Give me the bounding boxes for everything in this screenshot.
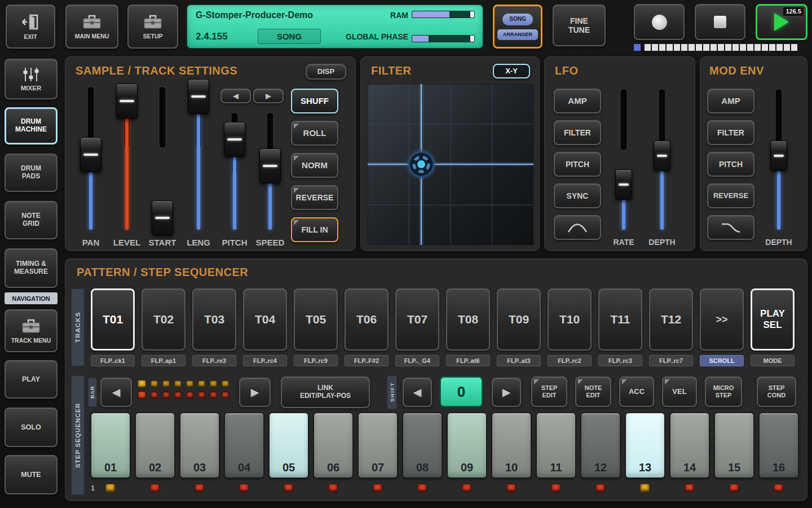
slider-thumb[interactable] <box>770 141 787 171</box>
track-sample-badge[interactable]: FLP..rc7 <box>649 355 693 366</box>
step-cond-button[interactable]: STEP COND <box>757 376 796 407</box>
play-button[interactable]: 126.5 <box>756 4 807 40</box>
env-pitch-button[interactable]: PITCH <box>707 152 754 177</box>
step-button-12[interactable]: 12 <box>581 413 620 478</box>
lfo-depth-slider[interactable] <box>650 89 674 234</box>
arranger-mode-pill[interactable]: ARRANGER <box>497 29 538 40</box>
track-button-t05[interactable]: T05 <box>294 288 338 351</box>
sidebar-item-track-menu[interactable]: TRACK MENU <box>5 309 58 352</box>
track-button-t04[interactable]: T04 <box>243 288 287 351</box>
track-sample-badge[interactable]: FLP..rc4 <box>243 355 287 366</box>
lfo-amp-button[interactable]: AMP <box>554 89 601 113</box>
sidebar-item-drum-machine[interactable]: DRUM MACHINE <box>5 107 58 144</box>
lfo-pitch-button[interactable]: PITCH <box>554 152 601 177</box>
slider-thumb[interactable] <box>259 148 281 183</box>
lfo-rate-slider[interactable] <box>611 89 636 234</box>
track-button-t08[interactable]: T08 <box>446 288 490 351</box>
setup-button[interactable]: SETUP <box>127 5 178 49</box>
start-slider[interactable] <box>150 86 175 234</box>
velocity-button[interactable]: VEL <box>662 376 697 407</box>
track-button-t11[interactable]: T11 <box>598 288 642 351</box>
track-button-t12[interactable]: T12 <box>649 288 693 351</box>
sidebar-item-note-grid[interactable]: NOTE GRID <box>5 201 58 239</box>
step-button-03[interactable]: 03 <box>180 413 219 478</box>
micro-step-button[interactable]: MICRO STEP <box>705 376 742 407</box>
track-button-t03[interactable]: T03 <box>192 288 236 351</box>
slider-thumb[interactable] <box>615 169 632 200</box>
step-button-11[interactable]: 11 <box>536 413 576 478</box>
step-button-01[interactable]: 01 <box>91 413 130 478</box>
track-scroll-button[interactable]: >> <box>700 288 744 351</box>
note-edit-button[interactable]: NOTE EDIT <box>575 376 611 407</box>
pan-slider[interactable] <box>78 86 103 234</box>
track-sample-badge[interactable]: FLP..rc2 <box>548 355 592 366</box>
track-sample-badge[interactable]: FLP..F#2 <box>345 355 389 366</box>
bar-next-button[interactable]: ▶ <box>239 378 271 407</box>
normalize-button[interactable]: NORM <box>291 153 338 178</box>
play-sel-button[interactable]: PLAY SEL <box>751 288 795 351</box>
step-button-06[interactable]: 06 <box>314 413 353 478</box>
bar-prev-button[interactable]: ◀ <box>100 378 132 407</box>
track-sample-badge[interactable]: FLP..ap1 <box>142 355 186 366</box>
sample-next-button[interactable]: ▶ <box>253 89 284 103</box>
lfo-waveform-button[interactable] <box>554 215 601 240</box>
env-reverse-button[interactable]: REVERSE <box>707 183 754 208</box>
fine-tune-button[interactable]: FINE TUNE <box>553 5 606 46</box>
track-sample-badge[interactable]: FLP..at6 <box>446 355 490 366</box>
record-button[interactable] <box>634 4 685 40</box>
sidebar-item-mixer[interactable]: MIXER <box>5 59 58 99</box>
env-shape-button[interactable] <box>707 215 754 240</box>
song-arranger-button[interactable]: SONG ARRANGER <box>493 5 542 49</box>
xy-mode-button[interactable]: X-Y <box>493 64 530 78</box>
step-button-08[interactable]: 08 <box>403 413 442 478</box>
shift-right-button[interactable]: ▶ <box>492 378 521 407</box>
exit-button[interactable]: EXIT <box>6 5 55 49</box>
step-button-15[interactable]: 15 <box>714 413 754 478</box>
track-button-t02[interactable]: T02 <box>142 288 186 351</box>
track-sample-badge[interactable]: FLP..at3 <box>497 355 541 366</box>
disp-button[interactable]: DISP <box>306 64 346 80</box>
main-menu-button[interactable]: MAIN MENU <box>65 5 118 49</box>
env-filter-button[interactable]: FILTER <box>707 120 754 145</box>
roll-button[interactable]: ROLL <box>291 121 338 146</box>
track-button-t06[interactable]: T06 <box>345 288 389 351</box>
shuffle-button[interactable]: SHUFF <box>291 89 338 113</box>
track-sample-badge[interactable]: FLP..ck1 <box>91 355 135 366</box>
sample-prev-button[interactable]: ◀ <box>220 89 251 103</box>
slider-thumb[interactable] <box>224 122 245 157</box>
sidebar-item-timing-measure[interactable]: TIMING & MEASURE <box>5 248 58 288</box>
track-button-t07[interactable]: T07 <box>395 288 439 351</box>
track-sample-badge[interactable]: FLP.._G4 <box>395 355 439 366</box>
step-button-14[interactable]: 14 <box>670 413 709 478</box>
env-depth-slider[interactable] <box>766 89 791 234</box>
step-button-09[interactable]: 09 <box>447 413 487 478</box>
step-button-16[interactable]: 16 <box>759 413 798 478</box>
step-button-02[interactable]: 02 <box>135 413 175 478</box>
xy-pad-surface[interactable] <box>368 84 533 245</box>
track-button-t10[interactable]: T10 <box>548 288 592 351</box>
filter-xy-pad[interactable] <box>368 84 533 245</box>
accent-button[interactable]: ACC <box>619 376 654 407</box>
step-button-13[interactable]: 13 <box>625 413 665 478</box>
track-button-t09[interactable]: T09 <box>497 288 541 351</box>
slider-thumb[interactable] <box>80 137 102 172</box>
step-button-10[interactable]: 10 <box>492 413 531 478</box>
pitch-slider[interactable] <box>222 112 247 234</box>
sidebar-item-solo[interactable]: SOLO <box>5 408 58 447</box>
step-button-05[interactable]: 05 <box>269 413 308 478</box>
sidebar-item-play[interactable]: PLAY <box>5 360 58 398</box>
lfo-filter-button[interactable]: FILTER <box>554 120 601 145</box>
lcd-mode-song[interactable]: SONG <box>258 29 321 44</box>
level-slider[interactable] <box>114 86 139 234</box>
bar-indicator-grid[interactable] <box>138 380 229 399</box>
step-button-04[interactable]: 04 <box>224 413 264 478</box>
track-button-t01[interactable]: T01 <box>91 288 135 351</box>
length-slider[interactable] <box>186 86 211 234</box>
reverse-button[interactable]: REVERSE <box>291 185 338 210</box>
fill-in-button[interactable]: FILL IN <box>291 217 338 242</box>
sidebar-item-drum-pads[interactable]: DRUM PADS <box>5 154 58 192</box>
link-edit-playpos-button[interactable]: LINK EDIT/PLAY-POS <box>281 376 370 408</box>
speed-slider[interactable] <box>258 112 283 234</box>
track-sample-badge[interactable]: FLP..rc3 <box>598 355 642 366</box>
step-edit-button[interactable]: STEP EDIT <box>531 376 567 407</box>
